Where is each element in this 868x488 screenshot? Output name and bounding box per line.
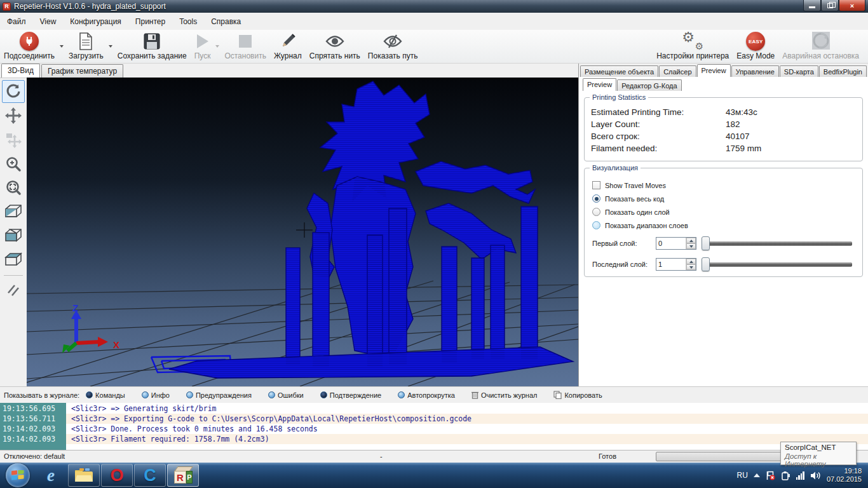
tab-sd-card[interactable]: SD-карта bbox=[780, 65, 818, 77]
stat-value: 43м:43с bbox=[726, 107, 757, 117]
stat-value: 40107 bbox=[726, 132, 750, 141]
tab-slicer[interactable]: Слайсер bbox=[659, 65, 696, 77]
3d-viewport[interactable]: Z X bbox=[27, 78, 578, 386]
menu-config[interactable]: Конфигурация bbox=[63, 14, 128, 29]
load-dropdown[interactable] bbox=[107, 30, 114, 63]
log-output[interactable]: 19:13:56.695 <Slic3r> => Generating skir… bbox=[0, 403, 868, 450]
restore-button[interactable] bbox=[821, 0, 839, 11]
toggle-label: Команды bbox=[95, 391, 125, 399]
language-indicator[interactable]: RU bbox=[737, 471, 748, 480]
log-row: 19:13:56.695 <Slic3r> => Generating skir… bbox=[0, 403, 868, 414]
zoom-fit-icon bbox=[5, 180, 22, 196]
toggle-circle-icon bbox=[268, 391, 275, 398]
tab-temperature-graph[interactable]: График температур bbox=[41, 64, 123, 78]
clock[interactable]: 19:18 07.02.2015 bbox=[827, 467, 862, 484]
slider-thumb[interactable] bbox=[702, 257, 710, 271]
isometric-view-button[interactable] bbox=[2, 201, 25, 224]
tab-control[interactable]: Управление bbox=[731, 65, 779, 77]
toggle-warnings[interactable]: Предупраждения bbox=[186, 391, 252, 399]
show-all-code-radio[interactable] bbox=[592, 194, 600, 203]
windows-logo-icon bbox=[11, 470, 24, 480]
toggle-info[interactable]: Инфо bbox=[142, 391, 170, 399]
first-layer-label: Первый слой: bbox=[592, 240, 651, 247]
tab-3d-view[interactable]: 3D-Вид bbox=[1, 64, 40, 78]
first-layer-spinner[interactable]: 0 bbox=[656, 237, 696, 250]
first-layer-slider[interactable] bbox=[702, 236, 855, 250]
first-layer-value[interactable]: 0 bbox=[656, 238, 686, 249]
menu-printer[interactable]: Принтер bbox=[128, 14, 172, 29]
close-button[interactable]: × bbox=[839, 0, 865, 11]
printer-settings-button[interactable]: ⚙⚙ Настройки принтера bbox=[653, 30, 733, 63]
minimize-button[interactable] bbox=[803, 0, 821, 11]
show-travel-button[interactable]: Показать путь bbox=[364, 30, 422, 63]
subtab-preview[interactable]: Preview bbox=[583, 78, 616, 91]
toggle-ack[interactable]: Подтверждение bbox=[320, 391, 381, 399]
network-signal-icon[interactable] bbox=[796, 471, 804, 480]
last-layer-value[interactable]: 1 bbox=[656, 259, 686, 270]
slider-thumb[interactable] bbox=[702, 236, 710, 250]
right-tab-strip: Размещение объекта Слайсер Preview Управ… bbox=[579, 64, 868, 77]
show-single-layer-radio[interactable] bbox=[592, 208, 600, 216]
toggle-circle-icon bbox=[86, 391, 93, 398]
load-button[interactable]: Загрузить bbox=[65, 30, 107, 63]
spin-down-button[interactable] bbox=[686, 243, 696, 249]
spin-down-button[interactable] bbox=[686, 264, 696, 270]
copy-log-button[interactable]: Копировать bbox=[553, 391, 602, 399]
toggle-edges-button[interactable] bbox=[2, 279, 25, 302]
stat-label: Filament needed: bbox=[591, 144, 726, 153]
restore-icon bbox=[827, 3, 833, 8]
title-bar: R Repetier-Host V1.0.6 - hydra_plated_su… bbox=[0, 0, 868, 13]
stat-value: 182 bbox=[726, 119, 740, 129]
toggle-commands[interactable]: Команды bbox=[86, 391, 125, 399]
browser-c-button[interactable]: C bbox=[134, 464, 166, 487]
toggle-autoscroll[interactable]: Автопрокрутка bbox=[398, 391, 455, 399]
toggle-label: Автопрокрутка bbox=[407, 391, 455, 399]
zoom-fit-button[interactable] bbox=[2, 177, 25, 200]
connect-dropdown[interactable] bbox=[58, 30, 65, 63]
top-view-button[interactable] bbox=[2, 249, 25, 272]
log-button[interactable]: Журнал bbox=[270, 30, 306, 63]
easy-mode-icon: EASY bbox=[746, 32, 765, 51]
subtab-gcode-editor[interactable]: Редактор G-Кода bbox=[617, 79, 681, 91]
zoom-in-button[interactable] bbox=[2, 152, 25, 175]
tab-preview[interactable]: Preview bbox=[697, 64, 731, 77]
easy-mode-button[interactable]: EASY Easy Mode bbox=[733, 30, 778, 63]
menu-tools[interactable]: Tools bbox=[172, 14, 204, 29]
tab-bedfix-plugin[interactable]: BedfixPlugin bbox=[819, 65, 867, 77]
last-layer-slider[interactable] bbox=[702, 257, 855, 271]
action-center-flag-icon[interactable] bbox=[766, 471, 775, 480]
clear-log-button[interactable]: Очистить журнал bbox=[471, 391, 538, 399]
connect-button[interactable]: Подсоединить bbox=[0, 30, 58, 63]
save-job-button[interactable]: Сохранить задание bbox=[114, 30, 191, 63]
emergency-stop-icon bbox=[811, 30, 831, 51]
internet-explorer-icon: e bbox=[47, 466, 55, 485]
rotate-view-button[interactable] bbox=[2, 80, 25, 103]
show-layer-range-radio[interactable] bbox=[592, 221, 600, 229]
menu-file[interactable]: Файл bbox=[0, 14, 33, 29]
explorer-button[interactable] bbox=[68, 464, 100, 487]
toggle-errors[interactable]: Ошибки bbox=[268, 391, 304, 399]
pencil-icon bbox=[279, 32, 297, 51]
usb-device-icon[interactable] bbox=[781, 471, 790, 480]
internet-explorer-button[interactable]: e bbox=[35, 464, 67, 487]
front-view-button[interactable] bbox=[2, 225, 25, 248]
spin-up-button[interactable] bbox=[686, 238, 696, 243]
start-button[interactable] bbox=[6, 463, 30, 487]
hide-filament-button[interactable]: Спрятать нить bbox=[306, 30, 364, 63]
spin-up-button[interactable] bbox=[686, 259, 696, 264]
show-travel-moves-checkbox[interactable] bbox=[592, 181, 600, 189]
move-icon bbox=[5, 107, 22, 124]
menu-view[interactable]: View bbox=[33, 14, 64, 29]
tab-object-placement[interactable]: Размещение объекта bbox=[580, 65, 658, 77]
progress-bar bbox=[656, 452, 783, 461]
volume-icon[interactable] bbox=[810, 471, 821, 480]
opera-button[interactable]: O bbox=[101, 464, 133, 487]
repetier-host-button[interactable]: RP bbox=[167, 464, 199, 487]
move-view-button[interactable] bbox=[2, 104, 25, 127]
printing-statistics-title: Printing Statistics bbox=[590, 93, 648, 101]
hidden-icons-arrow[interactable] bbox=[754, 473, 760, 477]
menu-help[interactable]: Справка bbox=[204, 14, 248, 29]
menu-bar: Файл View Конфигурация Принтер Tools Спр… bbox=[0, 13, 868, 30]
last-layer-spinner[interactable]: 1 bbox=[656, 258, 696, 271]
move-object-button bbox=[2, 128, 25, 151]
